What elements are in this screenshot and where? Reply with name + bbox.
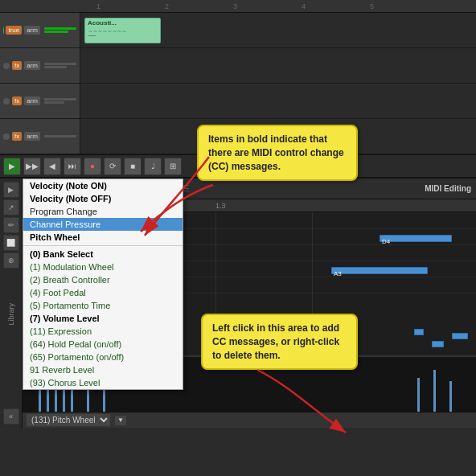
cc-bar-8	[449, 381, 452, 412]
track-clip-1[interactable]: Acousti... ～～～～～～～～ ‾‾‾‾‾‾‾	[84, 18, 161, 43]
track-content-2	[80, 48, 476, 83]
menu-item[interactable]: (5) Portamento Time	[23, 299, 183, 312]
menu-item[interactable]: (7) Volume Level	[23, 312, 183, 325]
tooltip-2: Left click in this area to add CC messag…	[201, 314, 358, 370]
track-row-3: fx arm	[0, 84, 476, 119]
ff-button[interactable]: ▶▶	[23, 158, 41, 175]
track-controls-3: fx arm	[0, 84, 80, 118]
menu-item[interactable]: (64) Hold Pedal (on/off)	[23, 338, 183, 351]
cc-bar-6	[87, 388, 89, 412]
ruler-mark-2: 1.3	[215, 202, 226, 210]
sidebar-zoom-btn[interactable]: ⊕	[3, 252, 19, 269]
track-row-2: fx arm	[0, 48, 476, 84]
midi-editing-label: MIDI Editing	[425, 184, 471, 193]
fx-button-4[interactable]: fx	[12, 132, 22, 141]
menu-item[interactable]: (11) Expression	[23, 325, 183, 338]
menu-item[interactable]: (4) Foot Pedal	[23, 286, 183, 299]
midi-note-small-2	[432, 341, 444, 347]
menu-item[interactable]: Pitch Wheel	[23, 231, 183, 244]
dropdown-menu: Velocity (Note ON)Velocity (Note OFF)Pro…	[23, 178, 183, 390]
track-content-1: Acousti... ～～～～～～～～ ‾‾‾‾‾‾‾	[80, 13, 476, 47]
menu-item[interactable]: Velocity (Note ON)	[23, 179, 183, 192]
arm-button-4[interactable]: arm	[24, 132, 40, 141]
fx-button-1[interactable]: true	[6, 26, 22, 35]
track-controls-2: fx arm	[0, 48, 80, 83]
track-content-3	[80, 84, 476, 118]
sidebar-eraser-btn[interactable]: ⬜	[3, 235, 19, 251]
menu-item[interactable]: (1) Modulation Wheel	[23, 261, 183, 273]
arm-button-3[interactable]: arm	[24, 96, 40, 105]
sidebar-select-btn[interactable]: ↗	[3, 199, 19, 215]
prev-button[interactable]: ◀	[43, 158, 61, 175]
next-button[interactable]: ⏭	[64, 158, 81, 175]
record-button[interactable]: ●	[84, 158, 101, 175]
loop-button[interactable]: ⟳	[104, 158, 121, 175]
note-a3-label: A3	[332, 270, 342, 277]
midi-note-a3: A3	[331, 267, 428, 274]
cc-channel-select[interactable]: (131) Pitch Wheel	[26, 413, 111, 427]
sidebar-play-btn[interactable]: ▶	[3, 182, 19, 198]
menu-item[interactable]: Velocity (Note OFF)	[23, 192, 183, 205]
stop-button[interactable]: ■	[124, 158, 142, 175]
arm-button-2[interactable]: arm	[24, 61, 40, 70]
left-sidebar: Library ▶ ↗ ✏ ⬜ ⊕ «	[0, 178, 23, 428]
pr-bottom-bar: (131) Pitch Wheel ▼	[23, 412, 476, 428]
note-d4-label: D4	[380, 238, 390, 245]
snap-button[interactable]: ⊞	[164, 158, 182, 175]
track-controls-1: true arm	[0, 13, 80, 47]
midi-note-small-3	[414, 329, 424, 335]
menu-item[interactable]: (2) Breath Controller	[23, 273, 183, 286]
menu-item[interactable]: (93) Chorus Level	[23, 376, 183, 389]
tooltip-1: Items in bold indicate that there are MI…	[197, 125, 358, 181]
sidebar-collapse-btn[interactable]: «	[3, 408, 19, 425]
piano-roll-section: Library ▶ ↗ ✏ ⬜ ⊕ « Velocity (Note ON)Ve…	[0, 178, 476, 428]
library-label: Library	[7, 303, 15, 326]
menu-item[interactable]: 91 Reverb Level	[23, 363, 183, 376]
metronome-button[interactable]: ♩	[144, 158, 162, 175]
fx-button-2[interactable]: fx	[12, 61, 22, 70]
top-ruler: 1 2 3 4 5	[0, 0, 476, 13]
track-row-1: true arm Acousti... ～～～～～～～～ ‾‾‾‾‾‾‾	[0, 13, 476, 48]
cc-dropdown-btn[interactable]: ▼	[114, 415, 127, 426]
sidebar-pencil-btn[interactable]: ✏	[3, 217, 19, 233]
midi-note-small-1	[452, 333, 468, 339]
menu-divider	[23, 245, 183, 246]
cc-bar-10	[417, 378, 420, 412]
menu-item[interactable]: (0) Bank Select	[23, 248, 183, 261]
fx-button-3[interactable]: fx	[12, 96, 22, 105]
cc-bar-9	[433, 370, 436, 412]
menu-item[interactable]: Program Change	[23, 205, 183, 218]
arm-button-1[interactable]: arm	[24, 26, 40, 35]
track-controls-4: fx arm	[0, 119, 80, 154]
menu-item[interactable]: Channel Pressure	[23, 218, 183, 231]
menu-item[interactable]: (65) Portamento (on/off)	[23, 351, 183, 363]
daw-container: 1 2 3 4 5 true arm Acousti... ～～～～～～～～ ‾…	[0, 0, 476, 476]
midi-note-d4: D4	[380, 235, 452, 242]
play-button[interactable]: ▶	[3, 158, 21, 175]
